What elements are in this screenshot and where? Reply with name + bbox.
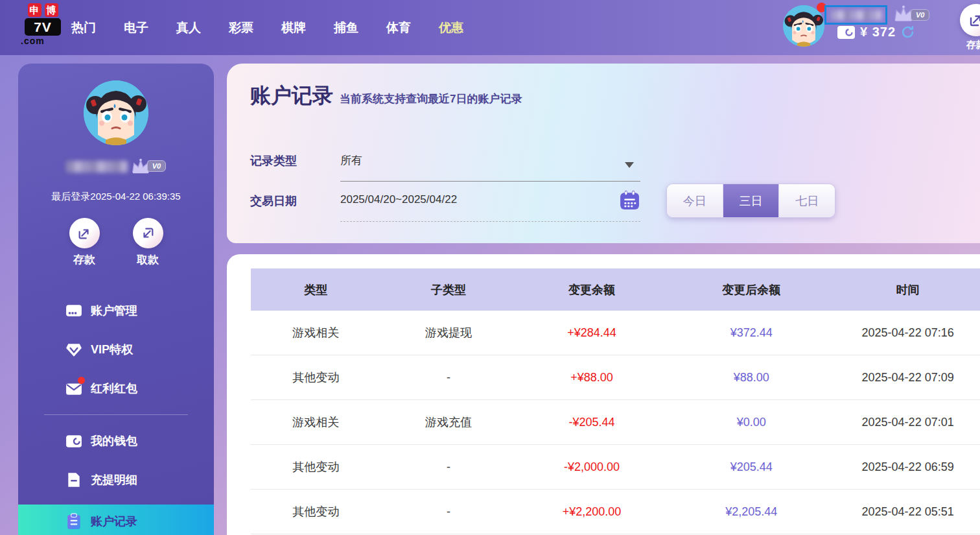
- page: 申 博 7V .com 热门 电子 真人 彩票 棋牌 捕鱼 体育 优惠: [0, 0, 980, 535]
- refresh-icon[interactable]: [901, 25, 915, 39]
- table-row: 其他变动 - +¥88.00 ¥88.00 2025-04-22 07:09: [251, 355, 980, 400]
- withdraw-arrow-icon: [141, 226, 155, 241]
- sidebar-avatar[interactable]: [84, 80, 148, 145]
- date-range-label: 交易日期: [250, 193, 297, 209]
- header-subtype: 子类型: [380, 282, 516, 298]
- balance-row: ¥ 372: [837, 25, 915, 40]
- date-range-value: 2025/04/20~2025/04/22: [340, 193, 457, 206]
- date-range-buttons: 今日 三日 七日: [666, 184, 835, 218]
- nav-item-sports[interactable]: 体育: [386, 19, 411, 36]
- sidebar-menu: 账户管理 VIP特权 红利红包: [18, 291, 214, 535]
- nav-item-slots[interactable]: 电子: [124, 19, 148, 36]
- header-type: 类型: [251, 282, 380, 298]
- cell-time: 2025-04-22 05:51: [835, 505, 980, 519]
- cell-subtype: -: [380, 460, 516, 474]
- deposit-arrow-icon: [968, 12, 980, 28]
- range-button-3days[interactable]: 三日: [723, 184, 780, 217]
- table-row: 其他变动 - -¥2,000.00 ¥205.44 2025-04-22 06:…: [251, 445, 980, 490]
- blurred-username: [66, 161, 128, 172]
- logo-char-2: 博: [45, 3, 58, 17]
- cell-change: +¥2,200.00: [517, 505, 668, 519]
- page-title: 账户记录: [250, 82, 333, 110]
- cell-type: 游戏相关: [251, 325, 380, 340]
- logo-7v: 7V: [25, 18, 61, 36]
- sidebar-item-transactions[interactable]: 充提明细: [18, 460, 214, 499]
- record-type-value: 所有: [340, 153, 362, 168]
- nav-item-live[interactable]: 真人: [176, 19, 201, 36]
- table-row: 游戏相关 游戏提现 +¥284.44 ¥372.44 2025-04-22 07…: [251, 311, 980, 355]
- sidebar-item-wallet[interactable]: 我的钱包: [18, 422, 214, 460]
- withdraw-circle: [133, 218, 163, 248]
- page-subtitle: 当前系统支持查询最近7日的账户记录: [340, 91, 522, 106]
- cell-time: 2025-04-22 06:59: [835, 460, 980, 474]
- date-range-input[interactable]: 2025/04/20~2025/04/22: [340, 189, 640, 222]
- cell-after: ¥372.44: [667, 326, 835, 340]
- vip-level-pill: V0: [147, 160, 166, 172]
- cell-time: 2025-04-22 07:01: [835, 416, 980, 429]
- cell-subtype: -: [380, 371, 516, 385]
- range-button-7days[interactable]: 七日: [779, 184, 835, 217]
- cell-type: 游戏相关: [251, 414, 380, 430]
- sidebar-item-label: 账户管理: [91, 303, 137, 318]
- header-after-balance: 变更后余额: [667, 282, 835, 298]
- sidebar-item-account-management[interactable]: 账户管理: [18, 291, 214, 330]
- cell-after: ¥205.44: [667, 460, 835, 474]
- nav-item-promos[interactable]: 优惠: [439, 19, 463, 36]
- nav-item-hot[interactable]: 热门: [71, 19, 96, 36]
- deposit-circle: [69, 218, 100, 248]
- sidebar-quick-actions: 存款 取款: [18, 218, 214, 267]
- nav-item-cards[interactable]: 棋牌: [281, 19, 306, 36]
- deposit-circle: [960, 4, 980, 36]
- chevron-down-icon[interactable]: [625, 162, 634, 168]
- sidebar-item-label: 充提明细: [91, 472, 137, 488]
- cell-change: +¥284.44: [517, 326, 668, 340]
- main-content: 账户记录 当前系统支持查询最近7日的账户记录 记录类型 所有 交易日期 2025…: [227, 64, 980, 535]
- sidebar-item-label: 我的钱包: [91, 433, 137, 449]
- header-time: 时间: [835, 282, 980, 298]
- withdraw-button[interactable]: 取款: [127, 218, 169, 267]
- document-icon: [65, 471, 82, 489]
- cell-time: 2025-04-22 07:09: [835, 371, 980, 385]
- nav-item-lottery[interactable]: 彩票: [229, 19, 253, 36]
- balance-amount: ¥ 372: [860, 25, 896, 40]
- cell-type: 其他变动: [251, 370, 380, 385]
- sidebar-item-account-records[interactable]: 账户记录: [18, 505, 214, 535]
- title-row: 账户记录 当前系统支持查询最近7日的账户记录: [250, 82, 522, 110]
- sidebar-item-label: VIP特权: [91, 342, 133, 357]
- calendar-icon[interactable]: [619, 189, 640, 213]
- filter-panel: 账户记录 当前系统支持查询最近7日的账户记录 记录类型 所有 交易日期 2025…: [227, 64, 980, 243]
- cell-after: ¥88.00: [667, 371, 835, 385]
- cell-time: 2025-04-22 07:16: [835, 326, 980, 340]
- main-menu: 热门 电子 真人 彩票 棋牌 捕鱼 体育 优惠: [71, 0, 463, 55]
- vip-badge: V0: [892, 5, 929, 22]
- deposit-button[interactable]: 存款: [64, 218, 105, 267]
- username-selection-box[interactable]: [824, 5, 887, 25]
- sidebar-item-bonus[interactable]: 红利红包: [18, 369, 214, 408]
- cell-change: +¥88.00: [517, 371, 668, 385]
- sidebar-username-row: V0: [18, 158, 214, 174]
- sidebar-item-label: 红利红包: [91, 381, 137, 396]
- deposit-quick-button[interactable]: 存款: [958, 4, 980, 51]
- cell-type: 其他变动: [251, 459, 380, 475]
- cell-subtype: 游戏提现: [380, 325, 516, 340]
- sidebar-divider: [44, 414, 188, 415]
- cell-after: ¥2,205.44: [667, 505, 835, 519]
- clipboard-icon: [65, 513, 82, 530]
- records-table-panel: 类型 子类型 变更余额 变更后余额 时间 游戏相关 游戏提现 +¥284.44 …: [227, 254, 980, 535]
- last-login-text: 最后登录2025-04-22 06:39:35: [18, 191, 214, 203]
- deposit-quick-label: 存款: [958, 39, 980, 51]
- nav-item-fishing[interactable]: 捕鱼: [334, 19, 358, 36]
- record-type-select[interactable]: 所有: [340, 149, 640, 182]
- sidebar-item-label: 账户记录: [91, 514, 137, 529]
- wallet-icon: [65, 433, 82, 450]
- table-body: 游戏相关 游戏提现 +¥284.44 ¥372.44 2025-04-22 07…: [251, 311, 980, 534]
- record-type-label: 记录类型: [250, 153, 297, 169]
- deposit-label: 存款: [64, 252, 105, 267]
- top-nav: 申 博 7V .com 热门 电子 真人 彩票 棋牌 捕鱼 体育 优惠: [0, 0, 980, 55]
- range-button-today[interactable]: 今日: [667, 184, 723, 217]
- sidebar: V0 最后登录2025-04-22 06:39:35 存款: [18, 64, 214, 535]
- cell-subtype: 游戏充值: [380, 414, 516, 430]
- envelope-icon: [65, 380, 82, 398]
- sidebar-item-vip[interactable]: VIP特权: [18, 330, 214, 369]
- brand-logo[interactable]: 申 博 7V .com: [18, 3, 67, 46]
